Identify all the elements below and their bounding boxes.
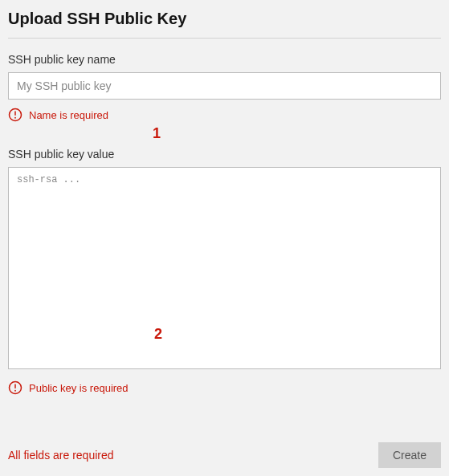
ssh-key-name-label: SSH public key name [8,53,441,66]
field-ssh-key-value: SSH public key value 2 [8,148,441,372]
ssh-key-name-input[interactable] [8,72,441,100]
divider [8,38,441,39]
ssh-key-value-label: SSH public key value [8,148,441,161]
error-icon [8,380,22,395]
ssh-key-value-input[interactable] [8,167,441,369]
dialog-title: Upload SSH Public Key [8,8,441,38]
svg-point-2 [14,117,16,119]
create-button[interactable]: Create [378,442,441,468]
ssh-key-name-error: Name is required [8,108,441,122]
error-icon [8,108,22,122]
ssh-key-value-error-text: Public key is required [29,382,129,394]
ssh-key-name-error-text: Name is required [29,109,108,121]
footer-error-text: All fields are required [8,449,114,462]
field-ssh-key-name: SSH public key name 1 [8,53,441,100]
ssh-key-value-error: Public key is required [8,380,441,395]
svg-point-5 [14,390,16,392]
dialog-footer: All fields are required Create [8,442,441,468]
